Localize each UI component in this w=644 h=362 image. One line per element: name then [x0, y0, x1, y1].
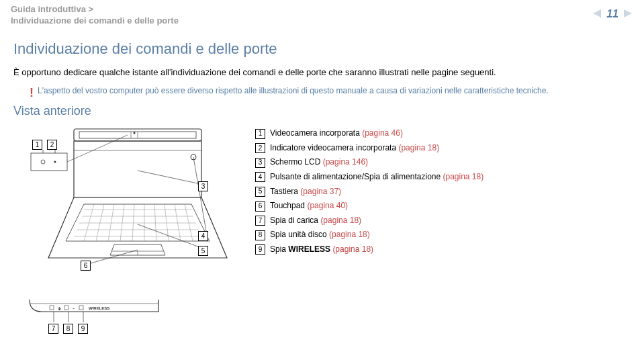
svg-point-8 [41, 160, 45, 164]
svg-rect-7 [31, 153, 67, 171]
svg-marker-1 [624, 9, 632, 17]
breadcrumb: Guida introduttiva > Individuazione dei … [11, 4, 179, 27]
svg-marker-12 [74, 141, 201, 197]
legend-list: 1Videocamera incorporata (pagina 46)2Ind… [255, 124, 631, 257]
legend-label: Tastiera (pagina 37) [270, 185, 341, 199]
legend-link[interactable]: (pagina 18) [443, 172, 484, 181]
section-subtitle: Vista anteriore [13, 104, 631, 118]
legend-label: Schermo LCD (pagina 146) [270, 155, 368, 170]
legend-item: 3Schermo LCD (pagina 146) [255, 155, 631, 170]
intro-text: È opportuno dedicare qualche istante all… [13, 66, 631, 79]
callout-4: 4 [198, 231, 208, 241]
callout-1: 1 [32, 140, 42, 150]
legend-number: 2 [255, 143, 265, 153]
svg-marker-0 [593, 9, 601, 17]
legend-label: Videocamera incorporata (pagina 46) [270, 126, 403, 141]
page-number: 11 [606, 8, 618, 20]
legend-label: Spia WIRELESS (pagina 18) [270, 242, 373, 257]
legend-link[interactable]: (pagina 146) [323, 157, 368, 167]
note-text: L'aspetto del vostro computer può essere… [38, 85, 549, 99]
legend-number: 7 [255, 216, 265, 226]
legend-label: Pulsante di alimentazione/Spia di alimen… [270, 170, 484, 185]
legend-number: 8 [255, 230, 265, 240]
svg-text:⌁: ⌁ [73, 306, 75, 310]
legend-number: 3 [255, 158, 265, 168]
svg-rect-41 [50, 306, 54, 310]
legend-label: Touchpad (pagina 40) [270, 199, 348, 214]
page-nav: 11 [592, 8, 633, 20]
callout-8: 8 [63, 324, 73, 334]
breadcrumb-page: Individuazione dei comandi e delle porte [11, 15, 179, 27]
legend-number: 9 [255, 244, 265, 255]
legend-item: 4Pulsante di alimentazione/Spia di alime… [255, 170, 631, 185]
svg-text:WIRELESS: WIRELESS [89, 306, 109, 310]
callout-7: 7 [48, 324, 58, 334]
callout-3: 3 [198, 181, 208, 191]
legend-link[interactable]: (pagina 18) [332, 244, 373, 254]
svg-rect-45 [79, 306, 83, 310]
callout-6: 6 [81, 261, 91, 271]
nav-prev-icon[interactable] [592, 8, 601, 20]
legend-label: Spia unità disco (pagina 18) [270, 228, 370, 242]
note-block: ! L'aspetto del vostro computer può esse… [30, 85, 631, 99]
port-diagram: ⏻ ⌁ WIRELESS 7 8 9 [27, 297, 161, 337]
legend-label: Spia di carica (pagina 18) [270, 214, 361, 228]
legend-link[interactable]: (pagina 46) [362, 128, 403, 138]
callout-5: 5 [198, 246, 208, 256]
legend-item: 9Spia WIRELESS (pagina 18) [255, 242, 631, 257]
legend-item: 7Spia di carica (pagina 18) [255, 214, 631, 228]
svg-line-39 [67, 135, 128, 162]
legend-number: 5 [255, 187, 265, 197]
svg-line-35 [138, 171, 207, 185]
legend-item: 1Videocamera incorporata (pagina 46) [255, 126, 631, 141]
callout-2: 2 [47, 140, 57, 150]
legend-number: 6 [255, 201, 265, 212]
legend-link[interactable]: (pagina 18) [398, 143, 439, 152]
legend-link[interactable]: (pagina 18) [329, 230, 370, 239]
page-title: Individuazione dei comandi e delle porte [13, 40, 631, 58]
nav-next-icon[interactable] [624, 8, 633, 20]
legend-link[interactable]: (pagina 18) [320, 216, 361, 225]
callout-9: 9 [78, 324, 88, 334]
legend-item: 2Indicatore videocamera incorporata (pag… [255, 141, 631, 156]
laptop-diagram: 1 2 3 4 5 6 [27, 124, 228, 285]
svg-rect-43 [64, 306, 68, 310]
legend-label: Indicatore videocamera incorporata (pagi… [270, 141, 439, 156]
legend-item: 8Spia unità disco (pagina 18) [255, 228, 631, 242]
svg-point-4 [134, 132, 136, 134]
legend-link[interactable]: (pagina 40) [307, 201, 348, 210]
legend-link[interactable]: (pagina 37) [300, 187, 341, 196]
diagram-column: 1 2 3 4 5 6 ⏻ ⌁ WIRELESS [27, 124, 242, 337]
svg-text:⏻: ⏻ [58, 306, 61, 310]
breadcrumb-section: Guida introduttiva > [11, 4, 179, 15]
warning-icon: ! [30, 87, 34, 99]
legend-item: 6Touchpad (pagina 40) [255, 199, 631, 214]
svg-point-9 [54, 161, 56, 163]
legend-number: 4 [255, 172, 265, 182]
legend-number: 1 [255, 129, 265, 139]
legend-item: 5Tastiera (pagina 37) [255, 185, 631, 199]
